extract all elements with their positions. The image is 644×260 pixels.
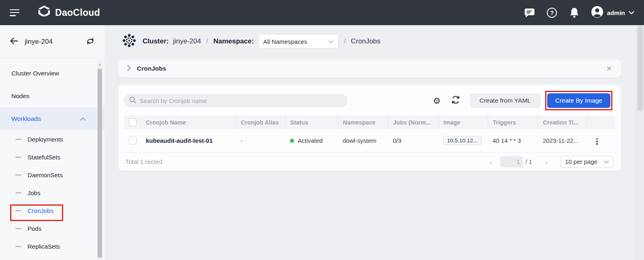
table-toolbar: ⚙ Create from YAML Create By Image: [124, 93, 615, 108]
page-total: / 1: [525, 158, 532, 165]
search-input[interactable]: [140, 97, 342, 104]
cronjobs-table-card: ⚙ Create from YAML Create By Image: [118, 85, 621, 171]
breadcrumb-separator: /: [343, 38, 346, 45]
breadcrumb-page: CronJobs: [351, 37, 380, 45]
dash-icon: [15, 210, 21, 211]
sidebar-item-nodes[interactable]: Nodes: [0, 85, 104, 107]
image-chip: 10.5.10.12...: [443, 136, 482, 145]
breadcrumb: Cluster: jinye-204 / Namespace: All Name…: [104, 25, 636, 49]
create-by-image-button[interactable]: Create By Image: [547, 93, 610, 108]
gear-icon[interactable]: ⚙: [433, 97, 441, 105]
scrollbar-up-arrow-icon[interactable]: ▲: [97, 60, 102, 68]
search-icon: [129, 97, 136, 105]
chevron-up-icon: [80, 115, 86, 122]
col-header-cronjob-alias: Cronjob Alias: [236, 116, 285, 129]
chevron-down-icon: [328, 38, 334, 45]
breadcrumb-separator: /: [205, 38, 209, 45]
sidebar-item-replicasets[interactable]: ReplicaSets: [0, 237, 104, 255]
status-text: Activated: [298, 137, 323, 144]
sidebar-item-daemonsets[interactable]: DaemonSets: [0, 166, 104, 184]
cronjobs-collapse-panel: CronJobs ✕: [118, 60, 621, 77]
brand-logo[interactable]: DaoCloud: [37, 5, 100, 20]
top-navbar: DaoCloud ?: [0, 0, 644, 25]
sidebar-item-deployments[interactable]: Deployments: [0, 130, 104, 148]
table-footer: Total 1 record ‹ / 1 › 10 per page: [124, 152, 615, 171]
prev-page-icon[interactable]: ‹: [488, 157, 494, 166]
dash-icon: [15, 246, 21, 247]
user-menu[interactable]: admin: [591, 6, 634, 20]
page-number-input[interactable]: [500, 156, 523, 168]
chevron-down-icon: [604, 158, 609, 165]
chevron-right-icon[interactable]: [127, 65, 131, 73]
namespace-label: Namespace:: [213, 37, 254, 45]
sidebar-item-pods[interactable]: Pods: [0, 219, 104, 237]
message-icon[interactable]: [524, 7, 535, 18]
cronjobs-table: Cronjob Name Cronjob Alias Status Namesp…: [124, 116, 615, 152]
panel-title: CronJobs: [137, 65, 166, 72]
sidebar-item-statefulsets[interactable]: StatefulSets: [0, 148, 104, 166]
cell-namespace: dowl-system: [338, 129, 388, 152]
next-page-icon[interactable]: ›: [544, 157, 550, 166]
brand-name: DaoCloud: [55, 7, 100, 18]
col-header-namespace: Namespace: [338, 116, 388, 129]
col-header-image: Image: [438, 116, 488, 129]
col-header-triggers: Triggers: [488, 116, 538, 129]
sidebar-item-cluster-overview[interactable]: Cluster Overview: [0, 62, 104, 85]
page-scrollbar-thumb[interactable]: [638, 26, 643, 111]
search-box: [124, 94, 348, 107]
namespace-select-value: All Namespaces: [263, 38, 307, 45]
namespace-select[interactable]: All Namespaces: [258, 34, 339, 49]
page-size-select[interactable]: 10 per page: [560, 156, 614, 168]
page-size-value: 10 per page: [565, 158, 597, 165]
create-from-yaml-button[interactable]: Create from YAML: [470, 93, 541, 108]
user-name: admin: [607, 9, 625, 16]
question-mark: ?: [547, 8, 557, 18]
chevron-down-icon[interactable]: [629, 9, 634, 16]
dash-icon: [15, 157, 21, 158]
dash-icon: [15, 174, 21, 176]
dash-icon: [15, 228, 21, 229]
select-all-checkbox[interactable]: [129, 118, 136, 126]
refresh-icon[interactable]: [451, 95, 460, 106]
col-header-actions: [587, 116, 615, 129]
page-scrollbar[interactable]: [636, 25, 644, 260]
close-icon[interactable]: ✕: [606, 64, 612, 73]
sidebar-item-cronjobs[interactable]: CronJobs: [0, 202, 104, 219]
row-actions-kebab-icon[interactable]: [592, 136, 602, 147]
notification-bell-icon[interactable]: [569, 7, 580, 18]
sidebar-cluster-name: jinye-204: [25, 38, 53, 46]
avatar: [591, 6, 603, 20]
cluster-label: Cluster:: [143, 37, 168, 45]
sidebar-scrollbar[interactable]: ▲: [97, 60, 102, 260]
dash-icon: [15, 139, 21, 140]
back-arrow-icon[interactable]: [10, 37, 18, 46]
hamburger-menu-icon[interactable]: [10, 9, 19, 16]
pagination: ‹ / 1 › 10 per page: [488, 156, 614, 168]
cell-triggers: 40 14 * * 3: [488, 129, 538, 152]
dash-icon: [15, 192, 21, 193]
sidebar: jinye-204 Cluster Overview Nodes Workloa…: [0, 25, 104, 260]
col-header-status: Status: [285, 116, 338, 129]
main-content: Cluster: jinye-204 / Namespace: All Name…: [104, 25, 636, 260]
sidebar-item-jobs[interactable]: Jobs: [0, 184, 104, 202]
daocloud-cube-icon: [37, 5, 51, 20]
status-dot: [290, 139, 294, 143]
cell-cronjob-alias: -: [236, 129, 285, 152]
total-records: Total 1 record: [126, 158, 162, 165]
scrollbar-thumb[interactable]: [98, 69, 102, 258]
switch-cluster-icon[interactable]: [86, 37, 95, 47]
col-header-creation-time: Creation Ti...: [538, 116, 587, 129]
col-header-jobs: Jobs (Norm...: [388, 116, 438, 129]
cluster-dots-icon: [122, 33, 137, 50]
cell-cronjob-name: kubeaudit-audit-test-01: [141, 129, 236, 152]
col-header-cronjob-name: Cronjob Name: [141, 116, 236, 129]
help-icon[interactable]: ?: [546, 7, 558, 18]
cell-creation-time: 2023-11-22...: [538, 129, 587, 152]
sidebar-item-workloads[interactable]: Workloads: [0, 107, 104, 130]
table-row: kubeaudit-audit-test-01 - Activated dowl…: [124, 129, 615, 152]
sidebar-menu: Cluster Overview Nodes Workloads Deploym…: [0, 59, 104, 255]
row-checkbox[interactable]: [129, 137, 136, 144]
cluster-value: jinye-204: [173, 37, 201, 45]
cell-jobs: 0/3: [388, 129, 438, 152]
table-header-row: Cronjob Name Cronjob Alias Status Namesp…: [124, 116, 615, 129]
